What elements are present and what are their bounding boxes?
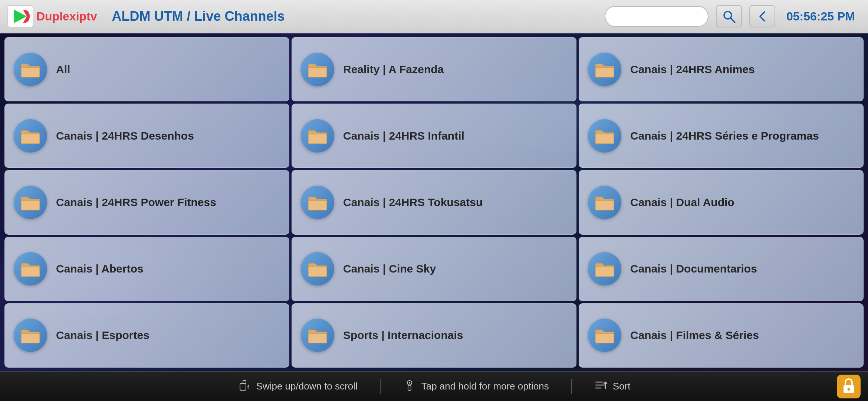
sort-icon-svg: [594, 378, 608, 392]
svg-rect-13: [308, 267, 327, 277]
channel-label: Canais | Esportes: [56, 329, 149, 342]
sort-section[interactable]: Sort: [572, 378, 653, 394]
folder-icon-wrapper: [14, 119, 47, 153]
channel-card[interactable]: Canais | Filmes & Séries: [579, 303, 864, 368]
svg-rect-16: [308, 333, 327, 343]
channel-label: Canais | Filmes & Séries: [630, 329, 759, 342]
svg-rect-24: [408, 386, 411, 390]
channel-label: Canais | 24HRS Animes: [630, 63, 755, 76]
page-title: ALDM UTM / Live Channels: [112, 9, 597, 24]
channel-label: Canais | 24HRS Desenhos: [56, 129, 194, 143]
svg-rect-6: [21, 134, 40, 144]
folder-icon-wrapper: [588, 119, 621, 153]
channel-label: Canais | 24HRS Séries e Programas: [630, 129, 819, 143]
channels-grid: All Reality | A Fazenda Canais | 24HRS A…: [0, 33, 868, 371]
folder-icon-wrapper: [301, 119, 334, 153]
channel-card[interactable]: Canais | 24HRS Animes: [579, 37, 864, 101]
channel-card[interactable]: Canais | Esportes: [4, 303, 289, 368]
channel-card[interactable]: Sports | Internacionais: [292, 303, 576, 368]
logo-text: Duplexiptv: [36, 10, 97, 23]
bottom-bar: Swipe up/down to scroll Tap and hold for…: [0, 371, 868, 401]
channel-card[interactable]: Canais | 24HRS Séries e Programas: [579, 104, 864, 168]
channel-label: Reality | A Fazenda: [343, 63, 444, 76]
folder-icon-wrapper: [14, 252, 47, 286]
search-icon: [722, 10, 736, 23]
folder-icon: [595, 194, 615, 211]
svg-rect-31: [848, 389, 849, 391]
channel-label: Canais | Abertos: [56, 262, 144, 276]
folder-icon-wrapper: [14, 186, 47, 219]
channel-card[interactable]: Canais | Dual Audio: [579, 170, 864, 234]
svg-rect-4: [308, 68, 327, 77]
folder-icon-wrapper: [14, 53, 47, 86]
folder-icon: [308, 260, 328, 277]
svg-rect-14: [595, 267, 614, 277]
channel-label: Canais | Cine Sky: [343, 262, 436, 276]
sort-text: Sort: [613, 381, 631, 392]
channel-label: Canais | Dual Audio: [630, 196, 734, 209]
folder-icon: [595, 127, 615, 144]
folder-icon-wrapper: [588, 53, 621, 86]
folder-icon: [595, 260, 615, 277]
folder-icon: [20, 327, 40, 344]
swipe-icon: [238, 378, 251, 394]
channel-card[interactable]: Canais | Abertos: [4, 237, 289, 301]
svg-rect-17: [595, 333, 614, 343]
svg-rect-15: [21, 333, 40, 343]
search-input[interactable]: [605, 6, 708, 27]
tap-hold-hint: Tap and hold for more options: [381, 378, 571, 394]
folder-icon: [308, 61, 328, 78]
logo-container: Duplexiptv: [7, 5, 97, 27]
svg-rect-5: [595, 68, 614, 77]
svg-line-2: [731, 18, 735, 22]
folder-icon-wrapper: [14, 319, 47, 352]
swipe-hint-text: Swipe up/down to scroll: [256, 381, 358, 392]
channel-card[interactable]: Canais | 24HRS Infantil: [292, 104, 576, 168]
channel-label: Sports | Internacionais: [343, 329, 463, 342]
tap-hold-icon: [403, 378, 416, 394]
folder-icon: [308, 127, 328, 144]
swipe-hint: Swipe up/down to scroll: [216, 378, 380, 394]
back-icon: [756, 10, 769, 23]
svg-point-23: [409, 382, 410, 384]
logo-svg: [11, 8, 30, 25]
svg-rect-8: [595, 134, 614, 144]
folder-icon: [595, 327, 615, 344]
svg-rect-12: [21, 267, 40, 277]
channel-card[interactable]: Canais | 24HRS Power Fitness: [4, 170, 289, 234]
tap-icon: [403, 378, 416, 392]
folder-icon-wrapper: [588, 186, 621, 219]
logo-duplex: Duplex: [36, 10, 76, 23]
folder-icon-wrapper: [301, 186, 334, 219]
folder-icon-wrapper: [588, 319, 621, 352]
channel-card[interactable]: Canais | 24HRS Tokusatsu: [292, 170, 576, 234]
channel-card[interactable]: All: [4, 37, 289, 101]
svg-rect-3: [21, 68, 40, 77]
lock-button[interactable]: [837, 375, 861, 398]
folder-icon: [20, 260, 40, 277]
svg-rect-10: [308, 200, 327, 210]
channel-label: Canais | 24HRS Power Fitness: [56, 196, 216, 209]
channel-card[interactable]: Canais | Documentarios: [579, 237, 864, 301]
lock-icon: [842, 378, 855, 395]
folder-icon-wrapper: [301, 252, 334, 286]
folder-icon-wrapper: [301, 53, 334, 86]
svg-rect-11: [595, 200, 614, 210]
folder-icon: [308, 194, 328, 211]
channel-label: All: [56, 63, 70, 76]
channel-card[interactable]: Canais | Cine Sky: [292, 237, 576, 301]
logo-iptv: iptv: [76, 10, 97, 23]
sort-icon: [594, 378, 608, 394]
folder-icon: [20, 127, 40, 144]
swipe-hand-icon: [238, 378, 251, 392]
channel-card[interactable]: Reality | A Fazenda: [292, 37, 576, 101]
folder-icon-wrapper: [301, 319, 334, 352]
search-button[interactable]: [716, 5, 742, 27]
logo-icon: [7, 5, 33, 27]
folder-icon: [595, 61, 615, 78]
channel-card[interactable]: Canais | 24HRS Desenhos: [4, 104, 289, 168]
svg-rect-7: [308, 134, 327, 144]
folder-icon: [20, 194, 40, 211]
channel-label: Canais | Documentarios: [630, 262, 757, 276]
back-button[interactable]: [749, 5, 775, 27]
